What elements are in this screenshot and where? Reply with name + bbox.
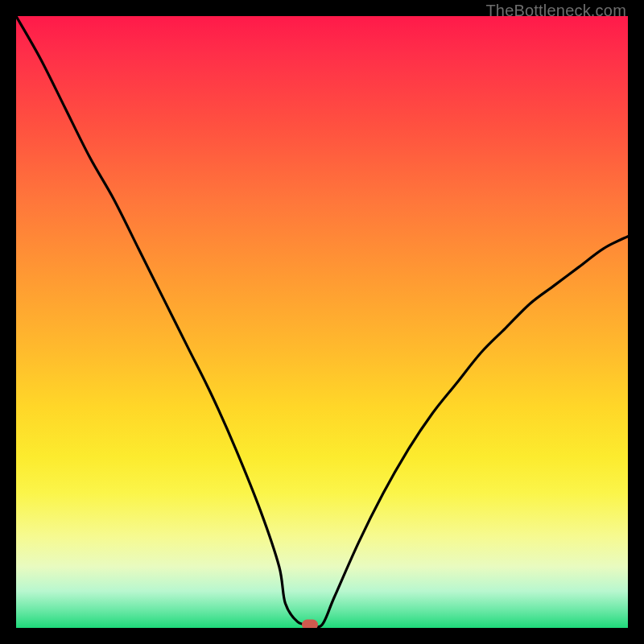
curve-layer bbox=[16, 16, 628, 628]
plot-area bbox=[16, 16, 628, 628]
chart-stage: TheBottleneck.com bbox=[0, 0, 644, 644]
minimum-marker bbox=[302, 620, 318, 628]
bottleneck-curve-path bbox=[16, 16, 628, 627]
